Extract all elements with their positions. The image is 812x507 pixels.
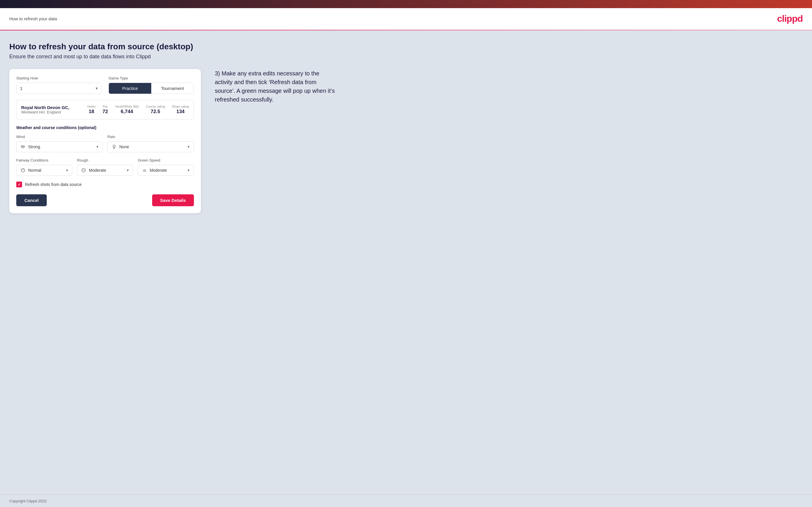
practice-button[interactable]: Practice xyxy=(109,83,151,94)
top-bar xyxy=(0,0,812,8)
starting-hole-group: Starting Hole 1 10 ▼ xyxy=(16,76,102,94)
course-location: Westward Ho!, England xyxy=(21,110,81,114)
holes-label: Holes xyxy=(87,105,96,108)
wind-label: Wind xyxy=(16,134,103,139)
rain-icon xyxy=(111,144,117,150)
rough-dropdown[interactable]: Moderate ▼ xyxy=(77,165,133,176)
form-card: Starting Hole 1 10 ▼ Game Type Practice … xyxy=(9,69,201,213)
cancel-button[interactable]: Cancel xyxy=(16,194,47,206)
course-rating-stat: Course rating 72.5 xyxy=(146,105,165,115)
rough-label: Rough xyxy=(77,158,133,162)
svg-point-0 xyxy=(113,145,115,147)
par-value: 72 xyxy=(102,109,108,115)
course-rating-value: 72.5 xyxy=(151,109,160,115)
course-info-box: Royal North Devon GC, Westward Ho!, Engl… xyxy=(16,100,194,119)
save-button[interactable]: Save Details xyxy=(152,194,194,206)
refresh-checkbox-label: Refresh shots from data source xyxy=(25,182,82,187)
green-speed-dropdown[interactable]: Moderate ▼ xyxy=(138,165,194,176)
yards-label: Yards/White (M)) xyxy=(115,105,139,108)
par-label: Par xyxy=(103,105,108,108)
rain-value: None xyxy=(119,145,185,149)
wind-value: Strong xyxy=(28,145,94,149)
main-content: How to refresh your data from source (de… xyxy=(0,31,812,495)
starting-hole-label: Starting Hole xyxy=(16,76,102,80)
wind-icon xyxy=(20,144,26,150)
course-name: Royal North Devon GC, xyxy=(21,105,81,110)
logo: clippd xyxy=(777,13,803,24)
slope-rating-value: 134 xyxy=(176,109,184,115)
wind-rain-row: Wind Strong ▼ Rain xyxy=(16,134,194,152)
starting-hole-select-wrapper[interactable]: 1 10 ▼ xyxy=(16,83,102,94)
course-rating-label: Course rating xyxy=(146,105,165,108)
starting-hole-select[interactable]: 1 10 xyxy=(16,83,101,94)
rough-group: Rough Moderate ▼ xyxy=(77,158,133,176)
slope-rating-stat: Slope rating 134 xyxy=(172,105,189,115)
sidebar-description: 3) Make any extra edits necessary to the… xyxy=(215,69,337,104)
rough-icon xyxy=(81,167,87,173)
game-type-toggle: Practice Tournament xyxy=(109,83,194,94)
sidebar-text: 3) Make any extra edits necessary to the… xyxy=(215,69,337,104)
rough-chevron-icon: ▼ xyxy=(126,169,130,172)
page-title: How to refresh your data from source (de… xyxy=(9,42,803,51)
game-type-group: Game Type Practice Tournament xyxy=(109,76,194,94)
green-speed-group: Green Speed Moderate ▼ xyxy=(138,158,194,176)
page-subtitle: Ensure the correct and most up to date d… xyxy=(9,54,803,60)
holes-stat: Holes 18 xyxy=(87,105,96,115)
svg-point-2 xyxy=(82,169,85,172)
yards-value: 6,744 xyxy=(121,109,133,115)
tournament-button[interactable]: Tournament xyxy=(151,83,194,94)
course-details: Royal North Devon GC, Westward Ho!, Engl… xyxy=(21,105,81,114)
par-stat: Par 72 xyxy=(102,105,108,115)
green-speed-value: Moderate xyxy=(150,168,185,173)
form-actions: Cancel Save Details xyxy=(16,193,194,206)
fairway-chevron-icon: ▼ xyxy=(65,169,68,172)
weather-section-title: Weather and course conditions (optional) xyxy=(16,125,194,130)
green-speed-label: Green Speed xyxy=(138,158,194,162)
wind-chevron-icon: ▼ xyxy=(96,145,99,149)
checkmark-icon: ✓ xyxy=(18,182,21,187)
wind-dropdown[interactable]: Strong ▼ xyxy=(16,141,103,152)
slope-rating-label: Slope rating xyxy=(172,105,189,108)
rain-group: Rain None ▼ xyxy=(107,134,194,152)
game-type-label: Game Type xyxy=(109,76,194,80)
refresh-checkbox[interactable]: ✓ xyxy=(16,181,22,187)
rain-dropdown[interactable]: None ▼ xyxy=(107,141,194,152)
conditions-row: Fairway Conditions Normal ▼ Rough xyxy=(16,158,194,176)
rough-value: Moderate xyxy=(89,168,124,173)
first-form-row: Starting Hole 1 10 ▼ Game Type Practice … xyxy=(16,76,194,94)
green-speed-chevron-icon: ▼ xyxy=(187,169,190,172)
fairway-value: Normal xyxy=(28,168,63,173)
refresh-checkbox-row: ✓ Refresh shots from data source xyxy=(16,181,194,187)
yards-stat: Yards/White (M)) 6,744 xyxy=(115,105,139,115)
green-speed-icon xyxy=(142,167,148,173)
header: How to refresh your data clippd xyxy=(0,8,812,30)
holes-value: 18 xyxy=(89,109,94,115)
fairway-label: Fairway Conditions xyxy=(16,158,72,162)
course-stats: Holes 18 Par 72 Yards/White (M)) 6,744 C… xyxy=(87,105,189,115)
fairway-dropdown[interactable]: Normal ▼ xyxy=(16,165,72,176)
wind-group: Wind Strong ▼ xyxy=(16,134,103,152)
content-area: Starting Hole 1 10 ▼ Game Type Practice … xyxy=(9,69,803,213)
rain-label: Rain xyxy=(107,134,194,139)
fairway-group: Fairway Conditions Normal ▼ xyxy=(16,158,72,176)
header-title: How to refresh your data xyxy=(9,16,57,21)
fairway-icon xyxy=(20,167,26,173)
footer: Copyright Clippd 2022 xyxy=(0,495,812,507)
svg-point-1 xyxy=(21,169,25,172)
footer-copyright: Copyright Clippd 2022 xyxy=(9,499,47,503)
rain-chevron-icon: ▼ xyxy=(187,145,190,149)
